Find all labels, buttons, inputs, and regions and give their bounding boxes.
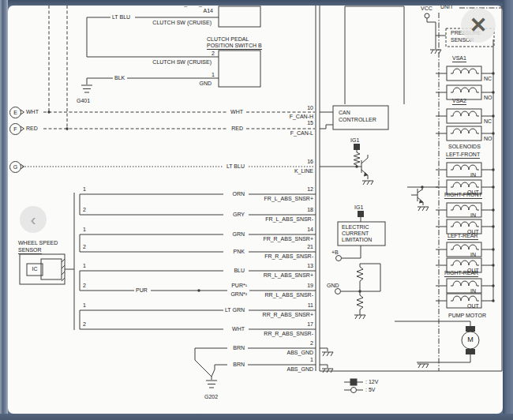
sensor-label-2: SENSOR — [18, 247, 42, 254]
ecl-line1: ELECTRIC — [342, 224, 369, 231]
row-pin-left: 2 — [83, 207, 86, 213]
row-pin: 17 — [307, 321, 313, 328]
signal-gnd: GND — [199, 81, 212, 87]
motor-symbol: M — [465, 336, 476, 343]
valve-nc: NC — [484, 118, 492, 125]
row-wire-color: WHT — [232, 326, 245, 332]
row-wire-color: BLU — [234, 268, 245, 274]
row-signal: FR_R_ABS_SNSR+ — [263, 236, 313, 242]
row-signal: RR_L_ABS_SNSR+ — [264, 272, 313, 279]
row-signal: ABS_GND — [287, 350, 313, 356]
row-signal: FR_L_ABS_SNSR- — [265, 216, 313, 223]
ground-label-g202: G202 — [204, 394, 218, 400]
wire-lt-blu: LT BLU — [112, 14, 130, 21]
wiring-svg — [0, 0, 513, 420]
row-pin: 14 — [307, 227, 313, 233]
connector-g: G — [9, 161, 21, 173]
wire-g-right: LT BLU — [227, 163, 245, 170]
row-pin: 11 — [308, 302, 313, 309]
signal-clutch-sw-2: CLUTCH SW (CRUISE) — [152, 59, 212, 66]
connector-f: F — [9, 123, 21, 135]
gnd-terminal-label: GND — [327, 283, 339, 289]
legend-12v: : 12V — [365, 379, 378, 385]
ecl-line3: LIMITATION — [342, 237, 372, 243]
sensor-ic-label: IC — [27, 266, 43, 272]
row-pin-left: 2 — [83, 321, 86, 328]
row-wire-color: GRY — [233, 212, 245, 218]
row-pin-left: 1 — [83, 263, 86, 269]
row-pin: 1 — [310, 357, 313, 363]
signal-fcanl: F_CAN-L — [290, 130, 313, 137]
row-signal: FR_L_ABS_SNSR+ — [264, 196, 313, 202]
row-pin-left: 1 — [83, 186, 86, 193]
valve-group-left-rear: LEFT-REAR — [447, 233, 478, 240]
switch-b-title-2: POSITION SWITCH B — [207, 43, 262, 50]
legend-5v: : 5V — [365, 387, 375, 393]
row-pin-left: 2 — [83, 283, 86, 289]
row-wire-color: BRN — [233, 362, 245, 368]
valve-group-vsa1: VSA1 — [452, 55, 466, 62]
row-pin: 13 — [307, 263, 313, 269]
can-controller-line1: CAN — [339, 110, 350, 116]
switch-b-title-1: CLUTCH PEDAL — [207, 36, 249, 43]
pin-2: 2 — [212, 51, 215, 57]
sensor-label-1: WHEEL SPEED — [18, 240, 58, 246]
connector-e: E — [9, 107, 21, 118]
row-signal: RR_R_ABS_SNSR- — [264, 331, 313, 337]
valve-group-left-front: LEFT-FRONT — [446, 152, 480, 159]
ig1-kline-label: IG1 — [350, 137, 359, 144]
frame-left — [0, 0, 8, 420]
valve-group-vsa2: VSA2 — [452, 98, 466, 105]
frame-right — [503, 0, 513, 420]
valve-no: NO — [484, 95, 492, 101]
row-signal: RR_L_ABS_SNSR- — [265, 292, 313, 298]
frame-bottom — [0, 414, 513, 420]
valve-group-right-rear: RIGHT-REAR — [444, 270, 478, 277]
valve-in: IN — [470, 212, 476, 219]
row-signal: RR_R_ABS_SNSR+ — [263, 312, 313, 318]
wire-e-left: WHT — [26, 109, 39, 115]
close-icon: ✕ — [470, 13, 488, 38]
row-wire-color: BRN — [233, 345, 245, 351]
pump-motor-label: PUMP MOTOR — [448, 313, 486, 319]
row-wire-color: PNK — [234, 249, 245, 255]
ecl-line2: CURRENT — [342, 231, 369, 237]
signal-fcanh: F_CAN-H — [290, 114, 313, 120]
pin-kline: 16 — [307, 159, 313, 165]
row-pin: 12 — [307, 186, 313, 193]
wiring-diagram-viewer: F_CAN_ A14 LT BLU CLUTCH SW (CRUISE) CLU… — [0, 0, 513, 420]
pin-a14: A14 — [204, 8, 213, 14]
valve-in: IN — [470, 288, 476, 294]
back-icon: ‹ — [31, 206, 36, 233]
back-button[interactable]: ‹ — [20, 206, 47, 233]
valve-in: IN — [470, 172, 476, 178]
signal-kline: K_LINE — [294, 168, 313, 174]
valve-no: NO — [484, 136, 492, 142]
signal-clutch-sw-1: CLUTCH SW (CRUISE) — [152, 20, 212, 26]
row-wire-color: PUR — [136, 287, 148, 294]
row-pin: 18 — [307, 207, 313, 213]
solenoids-heading: SOLENOIDS — [448, 144, 481, 150]
row-pin: 2 — [310, 340, 313, 347]
row-pin-left: 2 — [83, 244, 86, 250]
row-pin-left: 1 — [83, 302, 86, 309]
valve-nc: NC — [484, 76, 492, 82]
wire-blk: BLK — [114, 75, 125, 81]
row-signal: FR_R_ABS_SNSR- — [264, 253, 313, 260]
valve-group-right-front: RIGHT-FRONT — [444, 192, 482, 199]
row-signal: ABS_GND — [287, 366, 313, 373]
can-controller-line2: CONTROLLER — [339, 117, 376, 123]
vcc-label: VCC — [421, 6, 432, 12]
row-wire-alt2: GRN*² — [230, 291, 247, 298]
wire-e-right: WHT — [230, 109, 243, 115]
ground-label-g401: G401 — [77, 98, 90, 104]
pin-fcanl: 15 — [307, 120, 313, 126]
row-wire-color: GRN — [232, 231, 245, 238]
close-button[interactable]: ✕ — [461, 8, 496, 43]
row-pin: 21 — [307, 244, 313, 250]
wire-f-left: RED — [26, 126, 38, 132]
frame-top — [0, 0, 513, 6]
pin-1: 1 — [212, 72, 215, 78]
wire-f-right: RED — [231, 126, 243, 132]
row-pin: 19 — [307, 283, 313, 289]
